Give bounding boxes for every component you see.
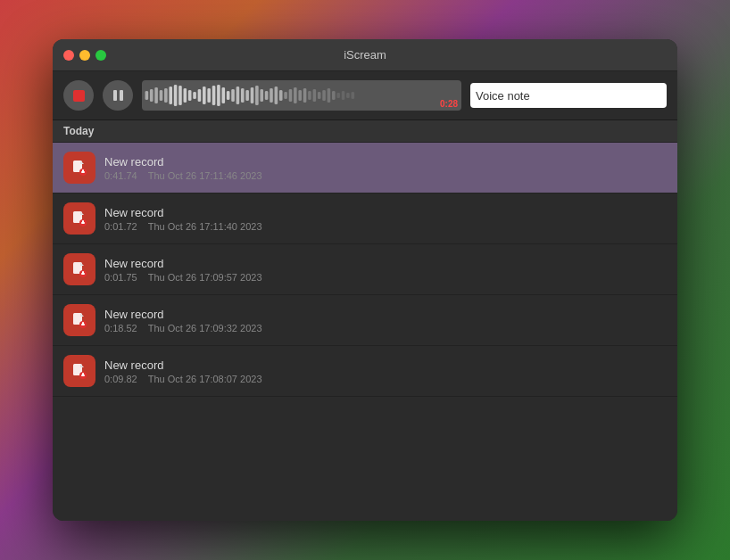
svg-rect-1 bbox=[150, 89, 153, 102]
svg-rect-6 bbox=[174, 85, 178, 106]
record-item[interactable]: New record 0:09.82 Thu Oct 26 17:08:07 2… bbox=[53, 346, 677, 397]
stop-button[interactable] bbox=[63, 80, 94, 111]
record-duration: 0:09.82 bbox=[104, 374, 137, 384]
record-name: New record bbox=[104, 257, 667, 270]
svg-rect-33 bbox=[303, 88, 307, 103]
svg-rect-34 bbox=[308, 91, 311, 100]
pause-button[interactable] bbox=[103, 80, 133, 111]
record-date: Thu Oct 26 17:11:40 2023 bbox=[148, 221, 262, 232]
record-file-icon bbox=[63, 152, 95, 184]
record-date: Thu Oct 26 17:08:07 2023 bbox=[148, 374, 262, 384]
record-info: New record 0:01.72 Thu Oct 26 17:11:40 2… bbox=[104, 206, 667, 232]
svg-rect-63 bbox=[81, 375, 85, 376]
waveform: 0:28 bbox=[142, 80, 461, 111]
svg-rect-31 bbox=[294, 87, 297, 103]
svg-rect-18 bbox=[231, 89, 235, 102]
record-info: New record 0:09.82 Thu Oct 26 17:08:07 2… bbox=[104, 358, 667, 384]
record-date: Thu Oct 26 17:11:46 2023 bbox=[148, 170, 262, 181]
svg-rect-16 bbox=[222, 87, 226, 103]
record-duration: 0:01.75 bbox=[104, 272, 137, 283]
record-file-icon bbox=[63, 304, 95, 336]
svg-rect-7 bbox=[178, 86, 182, 105]
svg-rect-51 bbox=[81, 222, 85, 224]
svg-rect-43 bbox=[351, 92, 354, 99]
svg-rect-38 bbox=[328, 88, 331, 103]
record-file-icon bbox=[63, 253, 95, 285]
record-item[interactable]: New record 0:18.52 Thu Oct 26 17:09:32 2… bbox=[53, 295, 677, 346]
record-duration: 0:01.72 bbox=[104, 221, 137, 232]
svg-rect-8 bbox=[184, 88, 187, 103]
svg-rect-23 bbox=[255, 86, 259, 105]
svg-rect-19 bbox=[236, 86, 240, 104]
svg-rect-0 bbox=[145, 91, 149, 100]
svg-rect-20 bbox=[241, 88, 245, 103]
svg-rect-37 bbox=[322, 90, 326, 101]
svg-rect-27 bbox=[275, 86, 278, 104]
svg-rect-41 bbox=[342, 91, 345, 100]
maximize-button[interactable] bbox=[95, 50, 106, 61]
record-name: New record bbox=[104, 206, 667, 219]
svg-rect-59 bbox=[81, 324, 85, 325]
svg-rect-24 bbox=[260, 89, 263, 102]
svg-rect-15 bbox=[217, 85, 220, 106]
record-name: New record bbox=[104, 358, 667, 372]
svg-rect-39 bbox=[332, 91, 336, 100]
svg-rect-12 bbox=[203, 86, 206, 104]
record-meta: 0:41.74 Thu Oct 26 17:11:46 2023 bbox=[104, 170, 667, 181]
svg-rect-21 bbox=[245, 90, 249, 101]
record-item[interactable]: New record 0:01.75 Thu Oct 26 17:09:57 2… bbox=[53, 244, 677, 295]
svg-rect-2 bbox=[154, 87, 158, 103]
svg-rect-22 bbox=[251, 87, 254, 103]
record-file-icon bbox=[63, 355, 95, 387]
svg-rect-25 bbox=[265, 91, 269, 100]
app-window: iScream bbox=[53, 39, 677, 521]
record-duration: 0:41.74 bbox=[104, 170, 137, 181]
svg-rect-30 bbox=[289, 89, 293, 102]
record-date: Thu Oct 26 17:09:32 2023 bbox=[148, 323, 262, 334]
svg-rect-40 bbox=[336, 93, 340, 98]
stop-icon bbox=[73, 90, 85, 102]
close-button[interactable] bbox=[63, 50, 74, 61]
record-info: New record 0:18.52 Thu Oct 26 17:09:32 2… bbox=[104, 308, 667, 334]
svg-rect-32 bbox=[298, 90, 302, 101]
record-info: New record 0:01.75 Thu Oct 26 17:09:57 2… bbox=[104, 257, 667, 283]
record-meta: 0:01.72 Thu Oct 26 17:11:40 2023 bbox=[104, 221, 667, 232]
svg-rect-13 bbox=[207, 88, 211, 103]
svg-rect-3 bbox=[160, 90, 163, 101]
svg-rect-10 bbox=[193, 92, 196, 99]
recording-name-input[interactable] bbox=[470, 83, 667, 108]
titlebar: iScream bbox=[53, 39, 677, 71]
svg-rect-11 bbox=[198, 89, 202, 102]
section-header-today: Today bbox=[53, 120, 677, 143]
svg-rect-35 bbox=[313, 89, 317, 102]
toolbar: 0:28 bbox=[53, 71, 677, 120]
record-meta: 0:09.82 Thu Oct 26 17:08:07 2023 bbox=[104, 374, 667, 384]
svg-rect-36 bbox=[318, 92, 321, 99]
minimize-button[interactable] bbox=[79, 50, 90, 61]
record-item[interactable]: New record 0:41.74 Thu Oct 26 17:11:46 2… bbox=[53, 143, 677, 194]
svg-rect-55 bbox=[81, 273, 85, 275]
svg-rect-9 bbox=[188, 90, 192, 101]
section-label: Today bbox=[63, 125, 94, 137]
record-duration: 0:18.52 bbox=[104, 323, 137, 334]
record-meta: 0:18.52 Thu Oct 26 17:09:32 2023 bbox=[104, 323, 667, 334]
svg-rect-28 bbox=[279, 90, 283, 101]
svg-rect-5 bbox=[169, 86, 172, 104]
record-item[interactable]: New record 0:01.72 Thu Oct 26 17:11:40 2… bbox=[53, 194, 677, 244]
records-list: Today New record 0:41.74 Thu Oct 26 17:1… bbox=[53, 120, 677, 521]
record-date: Thu Oct 26 17:09:57 2023 bbox=[148, 272, 262, 283]
svg-rect-14 bbox=[212, 86, 216, 105]
svg-rect-4 bbox=[164, 88, 168, 103]
svg-rect-17 bbox=[227, 91, 230, 100]
record-info: New record 0:41.74 Thu Oct 26 17:11:46 2… bbox=[104, 155, 667, 181]
svg-rect-26 bbox=[270, 88, 273, 103]
traffic-lights bbox=[63, 50, 106, 61]
pause-icon bbox=[113, 90, 123, 101]
svg-rect-47 bbox=[81, 171, 85, 173]
window-title: iScream bbox=[344, 48, 386, 62]
recording-time: 0:28 bbox=[440, 99, 458, 109]
record-meta: 0:01.75 Thu Oct 26 17:09:57 2023 bbox=[104, 272, 667, 283]
svg-rect-29 bbox=[284, 92, 287, 99]
svg-rect-42 bbox=[346, 93, 350, 98]
record-name: New record bbox=[104, 155, 667, 169]
